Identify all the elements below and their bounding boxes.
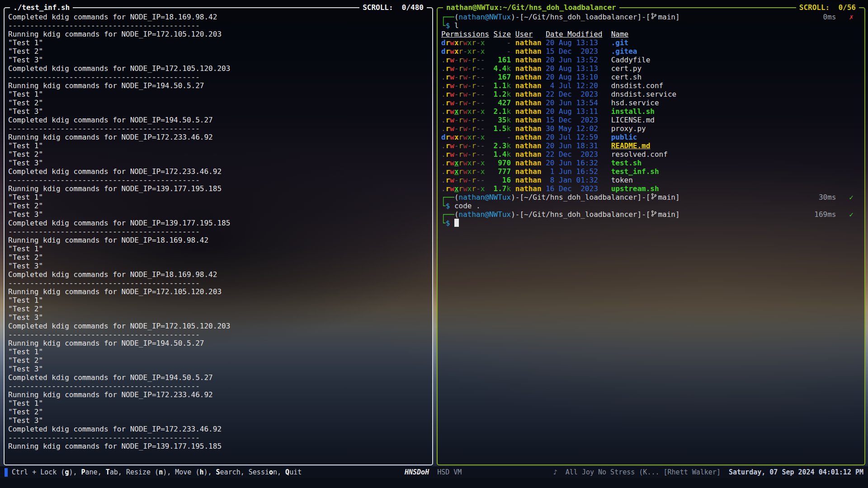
file-size: 1.2k [494,90,511,99]
file-date: 22 Dec 2023 [546,90,607,99]
file-permissions: .rw-rw-r-- [441,176,494,184]
terminal-line: Running kdig commands for NODE_IP=18.169… [8,236,429,244]
file-size: 16 [494,176,511,184]
file-name: LICENSE.md [611,116,655,124]
clock: Saturday, 07 Sep 2024 04:01:12 PM [729,468,863,476]
tab-bar: HNSDoHHSD VM [405,468,462,476]
tab-hsd-vm[interactable]: HSD VM [437,468,462,476]
file-owner: nathan [515,64,542,73]
file-row: .rwxrwxr-x970nathan20 Jun 16:32test.sh [441,159,862,167]
session-mode-indicator [5,468,8,477]
file-owner: nathan [515,99,542,107]
terminal-line: "Test 2" [8,408,429,416]
command-duration: 30ms [819,193,836,202]
now-playing-text [557,468,566,476]
file-row: drwxrwxr-x-nathan20 Aug 13:13.git [441,38,862,47]
terminal-line: ----------------------------------------… [8,330,429,339]
file-date: 20 Jun 18:31 [546,141,607,150]
file-permissions: .rw-rw-r-- [441,99,494,107]
file-date: 20 Aug 13:11 [546,107,607,116]
file-permissions: drwxrwxr-x [441,133,494,141]
file-row: .rw-rw-r--1.4knathan22 Dec 2023resolved.… [441,150,862,159]
file-permissions: drwxrwxr-x [441,38,494,47]
file-name: test.sh [611,159,642,167]
music-note-icon: ♪ [553,468,557,476]
file-owner: nathan [515,107,542,116]
file-owner: nathan [515,81,542,90]
file-size: 777 [494,167,511,176]
prompt-path: ~/Git/hns_doh_loadbalancer [524,193,637,202]
file-size: 1.4k [494,150,511,159]
terminal-line: "Test 2" [8,202,429,210]
prompt-user-host: nathan@NWTux [459,13,511,21]
command-text: l [450,21,458,30]
command-status-icon: ✗ [849,13,854,21]
file-date: 20 Aug 13:13 [546,64,607,73]
terminal-line: Running kdig commands for NODE_IP=172.23… [8,390,429,399]
file-row: .rw-rw-r--427nathan20 Jun 13:54hsd.servi… [441,99,862,107]
terminal-line: "Test 3" [8,56,429,64]
file-name: .gitea [611,47,637,56]
file-name: dnsdist.conf [611,81,664,90]
command-duration: 0ms [823,13,836,21]
terminal-line: "Test 1" [8,141,429,150]
prompt-block: ┌──(nathan@NWTux)-[~/Git/hns_doh_loadbal… [441,193,862,210]
file-size: 167 [494,73,511,81]
terminal-line: "Test 3" [8,262,429,270]
terminal-line: "Test 1" [8,193,429,202]
git-branch-icon [651,13,657,21]
file-owner: nathan [515,38,542,47]
keybind-hints: Ctrl + Lock (g), Pane, Tab, Resize (n), … [12,468,302,476]
file-owner: nathan [515,176,542,184]
status-bar: Ctrl + Lock (g), Pane, Tab, Resize (n), … [0,466,868,478]
terminal-line: Running kdig commands for NODE_IP=194.50… [8,81,429,90]
terminal-line: Completed kdig commands for NODE_IP=18.1… [8,270,429,279]
file-name: proxy.py [611,124,646,133]
terminal-line: "Test 2" [8,356,429,365]
file-name: cert.sh [611,73,642,81]
file-date: 20 Jul 12:59 [546,133,607,141]
file-date: 20 Jun 13:52 [546,56,607,64]
prompt-path: ~/Git/hns_doh_loadbalancer [524,13,637,21]
file-row: .rw-rw-r--1.2knathan22 Dec 2023dnsdist.s… [441,90,862,99]
terminal-line: ----------------------------------------… [8,382,429,390]
file-owner: nathan [515,116,542,124]
file-size: 161 [494,56,511,64]
file-date: 15 Dec 2023 [546,47,607,56]
file-owner: nathan [515,73,542,81]
file-owner: nathan [515,133,542,141]
terminal-line: "Test 3" [8,159,429,167]
terminal-line: Running kdig commands for NODE_IP=172.23… [8,133,429,141]
file-name: resolved.conf [611,150,668,159]
column-header: Permissions [441,30,489,38]
file-name: upstream.sh [611,184,659,193]
terminal-line: "Test 3" [8,416,429,425]
file-permissions: .rw-rw-r-- [441,141,494,150]
file-date: 20 Aug 13:13 [546,38,607,47]
command-status-icon: ✓ [849,210,854,219]
file-size: 2.1k [494,107,511,116]
file-size: 1.7k [494,184,511,193]
file-date: 20 Aug 13:10 [546,73,607,81]
file-permissions: .rw-rw-r-- [441,56,494,64]
tab-hnsdoh[interactable]: HNSDoH [405,468,429,476]
file-size: 35k [494,116,511,124]
terminal-line: Running kdig commands for NODE_IP=139.17… [8,442,429,450]
right-terminal-pane[interactable]: nathan@NWTux:~/Git/hns_doh_loadbalancer … [437,7,865,465]
file-owner: nathan [515,167,542,176]
terminal-line: Running kdig commands for NODE_IP=172.10… [8,30,429,38]
left-terminal-pane[interactable]: ./test_inf.sh SCROLL: 0/480 Completed kd… [4,7,433,465]
file-name: test_inf.sh [611,167,659,176]
file-name: hsd.service [611,99,659,107]
terminal-line: "Test 3" [8,313,429,322]
terminal-line: ----------------------------------------… [8,433,429,442]
file-permissions: .rwxrwxr-x [441,159,494,167]
file-date: 8 Jan 01:32 [546,176,607,184]
file-size: - [494,38,511,47]
terminal-line: ----------------------------------------… [8,124,429,133]
terminal-line: ----------------------------------------… [8,21,429,30]
bottom-strip [0,478,868,488]
prompt-block: ┌──(nathan@NWTux)-[~/Git/hns_doh_loadbal… [441,13,862,30]
file-date: 4 Jul 12:20 [546,81,607,90]
column-header: Date Modified [546,30,602,38]
